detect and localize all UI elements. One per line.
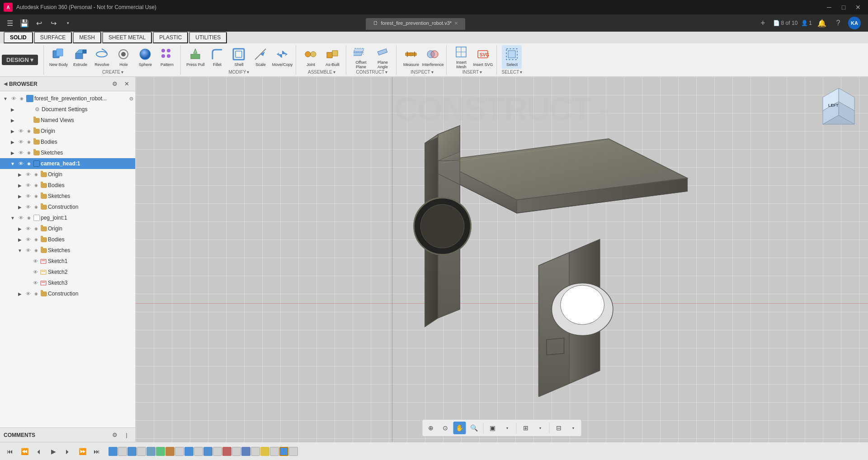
timeline-marker[interactable] — [137, 447, 146, 456]
vis-icon[interactable]: 👁 — [32, 258, 39, 265]
tree-item-ch-construction[interactable]: ▶ 👁 ◉ Construction — [0, 202, 135, 212]
offset-plane-button[interactable]: Offset Plane — [351, 45, 371, 69]
undo-button[interactable]: ↩ — [33, 17, 45, 29]
vis-icon[interactable]: 👁 — [17, 214, 24, 221]
expand-icon[interactable]: ▼ — [9, 160, 16, 167]
press-pull-button[interactable]: Press Pull — [185, 45, 205, 69]
timeline-marker[interactable] — [184, 447, 193, 456]
timeline-next-button[interactable]: ⏩ — [76, 445, 89, 458]
timeline-marker[interactable] — [260, 447, 269, 456]
tree-item-sketch3[interactable]: ▶ 👁 Sketch3 — [0, 277, 135, 288]
hole-button[interactable]: Hole — [113, 45, 133, 69]
timeline-marker[interactable] — [251, 447, 260, 456]
tree-item-pj-sketches[interactable]: ▼ 👁 ◉ Sketches — [0, 245, 135, 256]
inspect-group-expand[interactable]: ▾ — [431, 70, 434, 75]
expand-icon[interactable]: ▶ — [16, 171, 24, 178]
vis-icon[interactable]: 👁 — [24, 192, 32, 200]
vis2-icon[interactable]: ◉ — [33, 247, 40, 254]
tree-item-ch-sketches[interactable]: ▶ 👁 ◉ Sketches — [0, 191, 135, 202]
vis2-icon[interactable]: ◉ — [25, 127, 33, 135]
grid-dropdown[interactable]: ▾ — [534, 422, 547, 434]
vis2-icon[interactable]: ◉ — [33, 182, 40, 189]
select-group-expand[interactable]: ▾ — [520, 70, 522, 75]
tab-mesh[interactable]: MESH — [73, 32, 101, 43]
timeline-marker[interactable] — [232, 447, 241, 456]
notifications-button[interactable]: 🔔 — [816, 17, 828, 29]
insert-svg-button[interactable]: SVG Insert SVG — [473, 45, 493, 69]
shell-button[interactable]: Shell — [229, 45, 249, 69]
timeline-play-button[interactable]: ▶ — [47, 445, 60, 458]
timeline-marker[interactable] — [175, 447, 184, 456]
select-button[interactable]: Select — [502, 45, 522, 69]
vis-icon[interactable]: 👁 — [24, 171, 32, 178]
orbit-tool-button[interactable]: ⊙ — [439, 422, 452, 434]
vis2-icon[interactable]: ◉ — [33, 236, 40, 243]
fillet-button[interactable]: Fillet — [207, 45, 227, 69]
expand-icon[interactable]: ▶ — [16, 192, 24, 200]
redo-dropdown[interactable]: ▾ — [61, 17, 74, 29]
expand-icon[interactable]: ▶ — [9, 117, 16, 124]
create-group-expand[interactable]: ▾ — [121, 70, 123, 75]
tree-item-peg-joint[interactable]: ▼ 👁 ◉ peg_joint:1 — [0, 212, 135, 223]
save-button[interactable]: 💾 — [18, 17, 31, 29]
timeline-go-end-button[interactable]: ⏭ — [90, 445, 103, 458]
tree-item-bodies[interactable]: ▶ 👁 ◉ Bodies — [0, 136, 135, 147]
vis-icon[interactable]: 👁 — [24, 236, 32, 243]
vis-icon[interactable]: 👁 — [24, 247, 32, 254]
plane-angle-button[interactable]: Plane Angle — [373, 45, 392, 69]
move-copy-button[interactable]: Move/Copy — [272, 45, 292, 69]
close-button[interactable]: ✕ — [852, 3, 864, 12]
display-mode-button[interactable]: ▣ — [486, 422, 499, 434]
display-mode-dropdown[interactable]: ▾ — [501, 422, 514, 434]
vis-icon[interactable]: 👁 — [24, 203, 32, 211]
root-action-icon[interactable]: ⊙ — [129, 96, 133, 102]
tree-item-sketches[interactable]: ▶ 👁 ◉ Sketches — [0, 147, 135, 158]
user-avatar[interactable]: KA — [848, 17, 861, 29]
expand-icon[interactable]: ▶ — [16, 203, 24, 211]
root-vis-icon[interactable]: 👁 — [10, 95, 17, 102]
timeline-marker[interactable] — [213, 447, 222, 456]
snap-button[interactable]: ⊟ — [552, 422, 565, 434]
timeline-go-start-button[interactable]: ⏮ — [4, 445, 16, 458]
comments-settings-button[interactable]: ⚙ — [110, 430, 120, 440]
comments-collapse-button[interactable]: | — [122, 430, 132, 440]
expand-icon[interactable]: ▶ — [16, 236, 24, 243]
tree-item-sketch1[interactable]: ▶ 👁 Sketch1 — [0, 256, 135, 267]
tree-item-named-views[interactable]: ▶ 👁 ◉ Named Views — [0, 115, 135, 126]
vis-icon[interactable]: 👁 — [24, 182, 32, 189]
tab-sheet-metal[interactable]: SHEET METAL — [102, 32, 152, 43]
minimize-button[interactable]: ─ — [823, 3, 835, 12]
timeline-marker[interactable] — [108, 447, 118, 456]
vis2-icon[interactable]: ◉ — [25, 138, 33, 146]
vis-icon[interactable]: 👁 — [17, 127, 24, 135]
vis2-icon[interactable]: ◉ — [33, 225, 40, 232]
tab-plastic[interactable]: PLASTIC — [153, 32, 188, 43]
extrude-button[interactable]: Extrude — [70, 45, 90, 69]
vis2-icon[interactable]: ◉ — [33, 192, 40, 200]
zoom-tool-button[interactable]: 🔍 — [468, 422, 481, 434]
tab-solid[interactable]: SOLID — [4, 32, 33, 43]
tree-item-pj-origin[interactable]: ▶ 👁 ◉ Origin — [0, 223, 135, 234]
nav-tool-button[interactable]: ⊕ — [425, 422, 437, 434]
assemble-group-expand[interactable]: ▾ — [333, 70, 335, 75]
tree-item-origin[interactable]: ▶ 👁 ◉ Origin — [0, 126, 135, 136]
add-tab-button[interactable]: + — [757, 17, 769, 29]
tab-surface[interactable]: SURFACE — [34, 32, 72, 43]
maximize-button[interactable]: □ — [837, 3, 850, 12]
help-button[interactable]: ? — [832, 17, 844, 29]
tree-item-ch-bodies[interactable]: ▶ 👁 ◉ Bodies — [0, 180, 135, 191]
tree-root[interactable]: ▼ 👁 ◉ forest_fire_prevention_robot... ⊙ — [0, 93, 135, 104]
expand-icon[interactable]: ▶ — [9, 138, 16, 146]
insert-group-expand[interactable]: ▾ — [480, 70, 482, 75]
pattern-button[interactable]: Pattern — [157, 45, 177, 69]
timeline-marker[interactable] — [165, 447, 175, 456]
expand-icon[interactable]: ▼ — [9, 214, 16, 221]
timeline-play-rev-button[interactable]: ⏴ — [33, 445, 45, 458]
viewport[interactable]: CONSTRUCT - — [136, 77, 868, 442]
timeline-prev-button[interactable]: ⏪ — [18, 445, 31, 458]
collapse-arrow[interactable]: ◀ — [4, 81, 7, 87]
timeline-marker[interactable] — [146, 447, 156, 456]
vis2-icon[interactable]: ◉ — [25, 214, 33, 221]
vis-icon[interactable]: 👁 — [24, 290, 32, 297]
expand-icon[interactable]: ▶ — [9, 149, 16, 156]
